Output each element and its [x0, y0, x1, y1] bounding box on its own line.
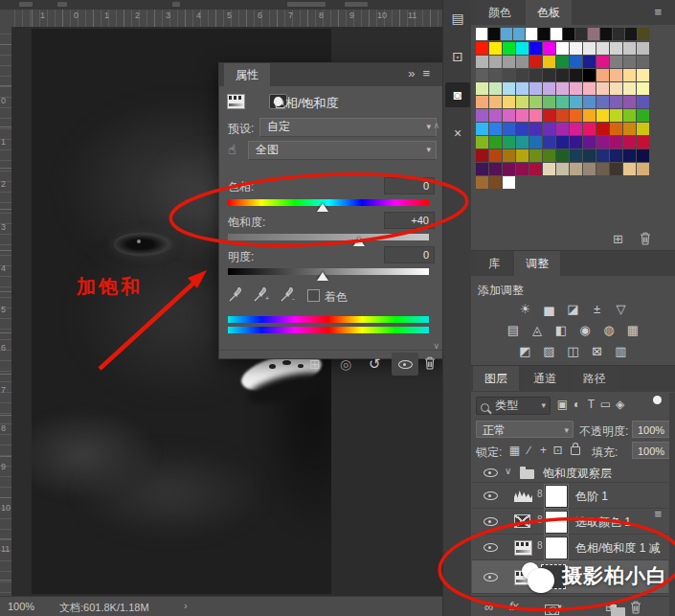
preset-dropdown[interactable]: 自定▾: [259, 118, 437, 137]
color-balance-icon[interactable]: ◬: [529, 323, 545, 337]
swatch[interactable]: [476, 42, 488, 55]
swatch[interactable]: [516, 109, 529, 122]
swatch[interactable]: [489, 96, 502, 108]
swatch[interactable]: [583, 69, 596, 81]
swatch[interactable]: [476, 28, 487, 40]
swatch[interactable]: [476, 136, 488, 148]
swatch[interactable]: [570, 69, 582, 81]
swatch[interactable]: [543, 56, 555, 68]
hue-slider-thumb[interactable]: [317, 203, 328, 212]
swatch[interactable]: [529, 56, 542, 68]
channel-mixer-icon[interactable]: ◍: [601, 323, 617, 337]
swatch[interactable]: [610, 136, 622, 148]
swatch[interactable]: [570, 56, 582, 68]
history-panel-icon[interactable]: ▤: [445, 6, 470, 31]
swatch[interactable]: [526, 28, 537, 40]
swatch[interactable]: [516, 149, 529, 162]
tab-paths[interactable]: 路径: [572, 366, 618, 391]
layer-name[interactable]: 选取颜色 1: [575, 514, 631, 531]
swatch[interactable]: [529, 149, 542, 162]
swatch[interactable]: [529, 123, 542, 135]
visibility-eye-icon[interactable]: [484, 540, 498, 553]
colorize-checkbox[interactable]: [307, 289, 320, 303]
tab-swatches[interactable]: 色板: [526, 0, 572, 25]
swatch[interactable]: [503, 56, 515, 68]
zoom-level[interactable]: 100%: [8, 601, 34, 612]
swatch[interactable]: [637, 82, 649, 95]
swatch[interactable]: [543, 136, 555, 148]
layer-effects-button[interactable]: fx: [509, 600, 518, 613]
swatch[interactable]: [476, 96, 488, 108]
swatch[interactable]: [501, 28, 512, 40]
swatch[interactable]: [503, 42, 515, 55]
filter-shape-icon[interactable]: ▭: [598, 398, 613, 411]
chevron-expand-icon[interactable]: ∨: [505, 466, 511, 476]
swatch[interactable]: [637, 56, 649, 68]
swatch[interactable]: [476, 69, 488, 81]
swatch[interactable]: [489, 42, 502, 55]
swatch[interactable]: [543, 69, 555, 81]
properties-panel-icon[interactable]: ◙: [445, 82, 470, 107]
swatch[interactable]: [583, 136, 596, 148]
panel-menu-icon[interactable]: ≡: [422, 66, 438, 80]
swatch[interactable]: [556, 149, 569, 162]
swatch[interactable]: [556, 163, 569, 175]
swatch[interactable]: [489, 56, 502, 68]
blend-mode-dropdown[interactable]: 正常 ▾: [476, 421, 574, 438]
swatch[interactable]: [516, 82, 529, 95]
lock-transparency-icon[interactable]: ▦: [507, 444, 522, 457]
channel-dropdown[interactable]: 全图▾: [248, 141, 437, 160]
swatch[interactable]: [516, 56, 529, 68]
vibrance-icon[interactable]: ▽: [614, 302, 629, 316]
swatch[interactable]: [637, 136, 649, 148]
swatch[interactable]: [575, 28, 587, 40]
swatch[interactable]: [583, 109, 596, 122]
swatch[interactable]: [516, 69, 529, 81]
swatch[interactable]: [476, 56, 488, 68]
panel-menu-icon[interactable]: ≡: [654, 5, 669, 19]
swatch[interactable]: [489, 82, 502, 95]
swatch[interactable]: [623, 56, 636, 68]
exposure-icon[interactable]: ±: [590, 302, 605, 316]
curves-icon[interactable]: ◪: [566, 302, 581, 316]
swatch[interactable]: [516, 136, 529, 148]
visibility-eye-icon[interactable]: [484, 466, 498, 478]
swatch[interactable]: [637, 96, 649, 108]
swatch[interactable]: [600, 28, 612, 40]
swatch[interactable]: [596, 69, 609, 81]
targeted-adjust-icon[interactable]: ☝: [228, 142, 236, 157]
black-white-icon[interactable]: ◧: [553, 323, 569, 337]
swatch[interactable]: [583, 163, 596, 175]
swatch[interactable]: [489, 163, 502, 175]
status-chevron-icon[interactable]: ›: [184, 600, 188, 611]
swatch[interactable]: [637, 123, 649, 135]
tab-layers[interactable]: 图层: [473, 366, 519, 391]
mask-link-icon[interactable]: 8: [537, 514, 543, 525]
swatch[interactable]: [529, 82, 542, 95]
scroll-up-icon[interactable]: ∧: [433, 121, 439, 130]
visibility-eye-icon[interactable]: [484, 570, 498, 582]
swatch[interactable]: [556, 56, 569, 68]
swatch[interactable]: [529, 96, 542, 108]
tab-channels[interactable]: 通道: [522, 366, 568, 391]
swatch[interactable]: [637, 163, 649, 175]
visibility-eye-icon[interactable]: [484, 514, 498, 527]
swatch[interactable]: [543, 42, 555, 55]
swatch[interactable]: [516, 96, 529, 108]
scroll-down-icon[interactable]: ∨: [433, 341, 439, 351]
swatch[interactable]: [570, 163, 582, 175]
swatch[interactable]: [623, 123, 636, 135]
swatch[interactable]: [476, 163, 488, 175]
saturation-value-field[interactable]: +40: [384, 212, 435, 229]
delete-swatch-button[interactable]: [640, 232, 651, 248]
swatch[interactable]: [488, 28, 500, 40]
swatch[interactable]: [583, 96, 596, 108]
opacity-field[interactable]: 100%: [632, 421, 670, 438]
swatch[interactable]: [610, 56, 622, 68]
levels-icon[interactable]: ▅: [542, 302, 557, 316]
clone-source-panel-icon[interactable]: ⊡: [445, 44, 470, 69]
lock-all-icon[interactable]: [571, 446, 580, 455]
swatch[interactable]: [556, 96, 569, 108]
swatch[interactable]: [489, 176, 502, 189]
swatch[interactable]: [623, 82, 636, 95]
